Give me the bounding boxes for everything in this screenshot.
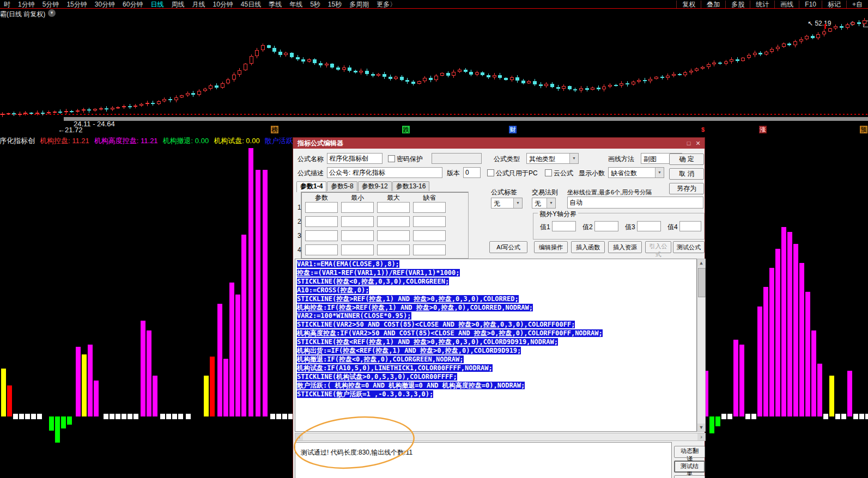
candle <box>215 85 218 88</box>
y-value-input[interactable] <box>594 221 618 231</box>
candle <box>342 68 346 70</box>
param-input[interactable] <box>413 216 446 227</box>
candle <box>683 72 687 75</box>
chevron-down-icon[interactable]: ▾ <box>48 9 56 17</box>
edit-ops-button[interactable]: 编辑操作 <box>534 241 568 253</box>
candlestick-chart[interactable]: ↖ 52.19 <box>0 17 868 121</box>
divider-badge[interactable]: 预 <box>860 126 867 133</box>
code-vertical-scrollbar[interactable]: ▲ ▼ <box>697 259 706 432</box>
candle <box>336 68 340 70</box>
period-item[interactable]: 1分钟 <box>14 1 39 8</box>
candle <box>764 52 768 54</box>
param-input[interactable] <box>413 230 446 241</box>
hist-bar <box>853 414 858 419</box>
period-item[interactable]: 月线 <box>188 1 209 8</box>
y-value-input[interactable] <box>637 221 661 231</box>
hist-bar <box>1 369 6 416</box>
divider-badge[interactable]: 财 <box>509 126 517 133</box>
import-formula-button: 引入公式 <box>645 241 671 253</box>
param-input[interactable] <box>305 216 338 227</box>
scrollbar-thumb[interactable] <box>698 268 706 297</box>
param-input[interactable] <box>341 244 374 255</box>
candle <box>203 89 207 91</box>
param-input[interactable] <box>341 202 374 213</box>
period-item[interactable]: 更多〉 <box>373 1 400 8</box>
divider-badge[interactable]: 跌 <box>402 126 410 133</box>
param-input[interactable] <box>341 216 374 227</box>
scroll-up-icon[interactable]: ▲ <box>697 259 705 267</box>
period-item[interactable]: 多周期 <box>345 1 373 8</box>
period-item[interactable]: 日线 <box>147 1 167 8</box>
param-input[interactable] <box>341 230 374 241</box>
code-line: 机构控盘:IF(控盘>REF(控盘,1) AND 控盘>0,控盘,0),COLO… <box>297 304 696 312</box>
hist-bar <box>133 414 138 419</box>
candle <box>330 64 334 68</box>
code-lines: VAR1:=EMA(EMA(CLOSE,8),8);控盘:=(VAR1-REF(… <box>295 259 696 399</box>
param-input[interactable] <box>377 244 410 255</box>
tool-item[interactable]: 多股 <box>725 1 750 8</box>
period-item[interactable]: 15分钟 <box>63 1 90 8</box>
tool-item[interactable]: F10 <box>799 1 822 8</box>
period-item[interactable]: 10分钟 <box>209 1 236 8</box>
param-input[interactable] <box>377 216 410 227</box>
tool-item[interactable]: 画线 <box>774 1 799 8</box>
param-input[interactable] <box>305 202 338 213</box>
ai-formula-button[interactable]: AI写公式 <box>489 241 527 253</box>
scroll-right-icon[interactable]: › <box>697 433 705 440</box>
scroll-left-icon[interactable]: ‹ <box>295 433 303 440</box>
period-item[interactable]: 5分钟 <box>39 1 63 8</box>
tool-item[interactable]: +自 <box>846 1 868 8</box>
formula-code-editor[interactable]: VAR1:=EMA(EMA(CLOSE,8),8);控盘:=(VAR1-REF(… <box>295 259 697 432</box>
pane-splitter[interactable] <box>64 117 868 121</box>
clipped-button[interactable] <box>674 475 705 478</box>
candle <box>527 81 531 83</box>
candle <box>296 57 300 59</box>
tool-item[interactable]: 标记 <box>822 1 846 8</box>
period-item[interactable]: 时 <box>0 1 14 8</box>
divider-badge[interactable]: $ <box>699 126 707 133</box>
param-input[interactable] <box>377 202 410 213</box>
dynamic-translate-button[interactable]: 动态翻译 <box>674 446 705 458</box>
param-input[interactable] <box>413 202 446 213</box>
divider-badge[interactable]: 涨 <box>759 126 767 133</box>
test-formula-button[interactable]: 测试公式 <box>673 241 705 253</box>
candle <box>429 78 433 80</box>
y-value-input[interactable] <box>552 221 576 231</box>
hist-bar <box>847 371 852 416</box>
period-menubar: 时1分钟5分钟15分钟30分钟60分钟日线周线月线10分钟45日线季线年线5秒1… <box>0 0 868 9</box>
test-result-button[interactable]: 测试结果 <box>674 461 705 473</box>
period-item[interactable]: 5秒 <box>306 1 324 8</box>
tool-item[interactable]: 统计 <box>750 1 774 8</box>
scroll-down-icon[interactable]: ▼ <box>697 424 705 431</box>
period-item[interactable]: 季线 <box>265 1 286 8</box>
insert-function-button[interactable]: 插入函数 <box>571 241 605 253</box>
candle <box>325 64 329 65</box>
coord-input[interactable] <box>567 197 703 209</box>
candle <box>736 59 739 61</box>
y-value-input[interactable] <box>679 221 701 231</box>
period-item[interactable]: 45日线 <box>237 1 265 8</box>
peak-price-label: ↖ 52.19 <box>808 20 831 27</box>
tool-item[interactable]: 叠加 <box>701 1 725 8</box>
divider-badge[interactable]: 榜 <box>271 126 278 133</box>
period-item[interactable]: 30分钟 <box>91 1 119 8</box>
code-horizontal-scrollbar[interactable]: ‹ › <box>295 433 706 441</box>
candle <box>284 53 288 55</box>
period-item[interactable]: 年线 <box>286 1 306 8</box>
code-line: STICKLINE(VAR2>50 AND COST(85)<CLOSE AND… <box>297 321 696 329</box>
param-input[interactable] <box>305 244 338 255</box>
period-item[interactable]: 15秒 <box>324 1 345 8</box>
insert-resource-button[interactable]: 插入资源 <box>608 241 642 253</box>
formula-tag-label: 公式标签 <box>491 188 517 197</box>
period-item[interactable]: 周线 <box>167 1 188 8</box>
tool-item[interactable]: 复权 <box>676 1 701 8</box>
period-item[interactable]: 60分钟 <box>119 1 147 8</box>
candle <box>481 72 484 75</box>
candle <box>76 111 80 112</box>
param-col-header: 缺省 <box>413 193 446 203</box>
formula-tag-select[interactable]: 无▼ <box>491 198 523 209</box>
param-input[interactable] <box>305 230 338 241</box>
trade-rule-select[interactable]: 无▼ <box>532 198 556 209</box>
param-input[interactable] <box>413 244 446 255</box>
param-input[interactable] <box>377 230 410 241</box>
